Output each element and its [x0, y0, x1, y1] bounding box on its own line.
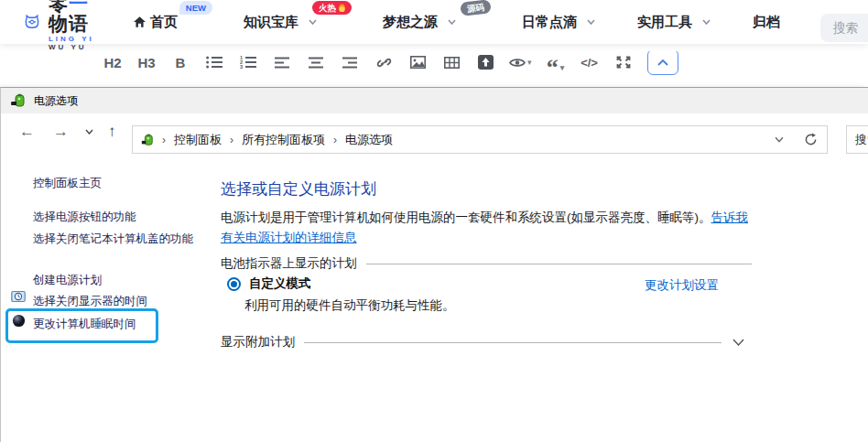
- crumb-separator: ›: [162, 134, 166, 146]
- custom-plan-radio[interactable]: [227, 277, 241, 291]
- chevron-down-icon: [448, 19, 456, 25]
- svg-text:3: 3: [240, 64, 243, 69]
- battery-plans-section: 电池指示器上显示的计划: [221, 255, 752, 272]
- sleep-settings-icon: [12, 314, 26, 328]
- table-icon[interactable]: [441, 51, 461, 73]
- power-options-icon: [141, 134, 154, 146]
- nav-item-archive[interactable]: 归档: [753, 14, 780, 31]
- up-button[interactable]: ↑: [108, 123, 116, 141]
- plan-name: 自定义模式: [249, 275, 311, 292]
- collapse-toolbar-button[interactable]: [647, 49, 678, 75]
- sidebar-item-sleep-time[interactable]: 更改计算机睡眠时间: [33, 315, 207, 334]
- site-title: 零一物语: [49, 0, 95, 34]
- code-button[interactable]: </>: [580, 51, 600, 73]
- caret-down-icon: ▾: [527, 58, 532, 67]
- plan-radio-row: 自定义模式: [227, 275, 311, 292]
- site-subtitle: LING YI WU YU: [49, 35, 95, 51]
- bullet-list-icon[interactable]: [204, 51, 224, 73]
- plan-description: 电源计划是用于管理计算机如何使用电源的一套硬件和系统设置(如显示器亮度、睡眠等)…: [221, 208, 755, 247]
- section-divider: [366, 264, 753, 264]
- change-plan-settings-link[interactable]: 更改计划设置: [645, 277, 719, 294]
- history-dropdown-icon[interactable]: [85, 129, 93, 135]
- nav-item-dream[interactable]: 梦想之源 源码: [383, 14, 480, 31]
- site-header: 零一物语 LING YI WU YU 首页 NEW 知识宝库 火热 梦想之源 源…: [0, 0, 868, 44]
- fullscreen-icon[interactable]: [613, 51, 634, 73]
- forward-button[interactable]: →: [53, 123, 69, 141]
- upload-icon[interactable]: [475, 51, 495, 73]
- nav-item-knowledge[interactable]: 知识宝库 火热: [244, 14, 341, 31]
- flame-icon: [339, 4, 345, 12]
- caret-down-icon: ▾: [560, 63, 565, 72]
- preview-eye-icon[interactable]: ▾: [509, 51, 532, 73]
- main-nav: 首页 NEW 知识宝库 火热 梦想之源 源码 日常点滴 实用工具 归档 关于: [134, 14, 868, 31]
- window-title: 电源选项: [34, 93, 78, 109]
- nav-item-home[interactable]: 首页 NEW: [134, 14, 201, 31]
- header-clip: [0, 44, 868, 51]
- bold-button[interactable]: B: [170, 51, 190, 73]
- align-center-icon[interactable]: [306, 51, 326, 73]
- window-search-input[interactable]: 搜索: [846, 125, 868, 154]
- sidebar-item-create-plan[interactable]: 创建电源计划: [33, 271, 207, 290]
- sidebar-item-power-buttons[interactable]: 选择电源按钮的功能: [33, 208, 207, 227]
- sidebar-item-lid-close[interactable]: 选择关闭笔记本计算机盖的功能: [33, 230, 207, 249]
- chevron-down-icon: [587, 19, 595, 25]
- image-icon[interactable]: [407, 51, 428, 73]
- power-options-window: 电源选项 ← → ↑ › 控制面板 › 所有控制面板项 › 电源选项 搜索: [0, 87, 868, 442]
- heading2-button[interactable]: H2: [103, 51, 123, 73]
- chevron-down-icon: [702, 19, 711, 25]
- site-logo[interactable]: 零一物语 LING YI WU YU: [24, 0, 95, 51]
- new-badge: NEW: [179, 1, 212, 15]
- display-timeout-icon: [11, 290, 26, 305]
- main-panel: 选择或自定义电源计划 电源计划是用于管理计算机如何使用电源的一套硬件和系统设置(…: [221, 88, 761, 442]
- ordered-list-icon[interactable]: 123: [238, 51, 258, 73]
- heading3-button[interactable]: H3: [136, 51, 157, 73]
- site-search-input[interactable]: 搜索: [820, 14, 868, 42]
- link-icon[interactable]: [374, 51, 394, 73]
- sidebar-item-control-panel-home[interactable]: 控制面板主页: [33, 174, 207, 193]
- plan-detail-text: 利用可用的硬件自动平衡功耗与性能。: [244, 297, 455, 314]
- align-right-icon[interactable]: [340, 51, 360, 73]
- chevron-down-icon: [309, 19, 317, 25]
- page-title: 选择或自定义电源计划: [221, 178, 376, 199]
- nav-item-tools[interactable]: 实用工具: [637, 14, 711, 31]
- section-divider: [304, 342, 722, 343]
- power-options-icon: [11, 93, 26, 108]
- additional-plans-section: 显示附加计划: [221, 334, 744, 350]
- source-badge: 源码: [460, 0, 491, 16]
- align-left-icon[interactable]: [272, 51, 292, 73]
- breadcrumb-control-panel[interactable]: 控制面板: [174, 132, 222, 148]
- quote-button[interactable]: “▾: [546, 51, 566, 73]
- hot-badge: 火热: [312, 1, 352, 15]
- expand-plans-chevron-icon[interactable]: [732, 339, 744, 346]
- address-dropdown-icon[interactable]: [775, 136, 784, 143]
- nav-item-daily[interactable]: 日常点滴: [522, 14, 595, 31]
- cat-logo-icon: [24, 6, 40, 38]
- home-icon: [134, 16, 146, 27]
- back-button[interactable]: ←: [19, 123, 35, 141]
- refresh-icon[interactable]: [804, 133, 818, 146]
